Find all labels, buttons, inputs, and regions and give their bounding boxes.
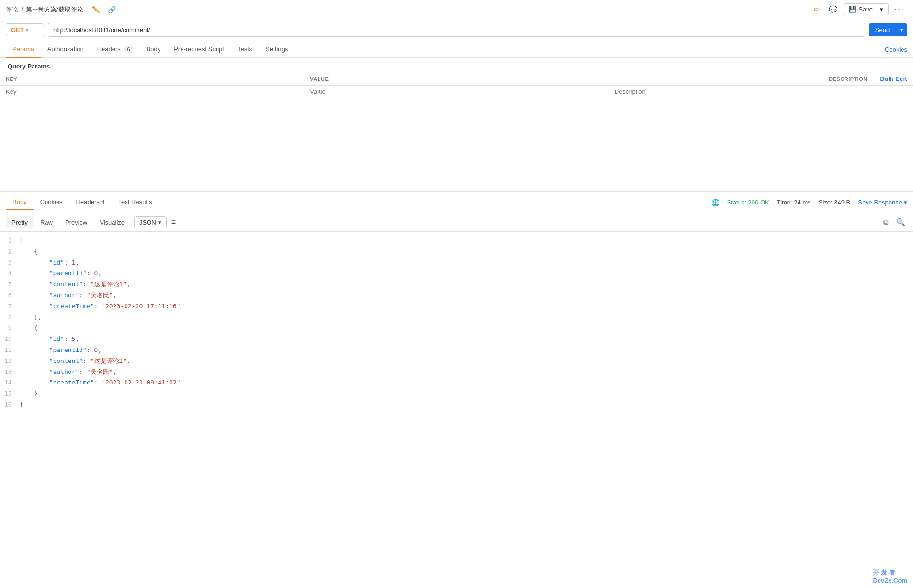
resp-tab-cookies[interactable]: Cookies (34, 195, 69, 210)
response-status-bar: 🌐 Status: 200 OK Time: 24 ms Size: 349 B… (711, 199, 907, 206)
fmt-tab-pretty[interactable]: Pretty (6, 216, 34, 228)
json-token-punct: : (64, 259, 72, 266)
line-number: 7 (0, 302, 19, 311)
json-token-punct: ] (19, 401, 23, 408)
json-token-punct: : (94, 303, 102, 310)
tab-params[interactable]: Params (6, 41, 41, 58)
json-token-indent (19, 335, 49, 342)
json-token-indent (19, 368, 49, 375)
line-content: "createTime": "2023-02-20 17:11:16" (19, 302, 181, 312)
save-button[interactable]: 💾 Save ▾ (844, 3, 889, 15)
fmt-tab-visualize[interactable]: Visualize (94, 216, 130, 228)
fmt-tab-preview[interactable]: Preview (59, 216, 93, 228)
json-wrapper: 1[2 {3 "id": 1,4 "parentId": 0,5 "conten… (0, 232, 913, 585)
save-response-button[interactable]: Save Response ▾ (858, 199, 907, 206)
tab-settings[interactable]: Settings (259, 41, 295, 58)
json-format-select[interactable]: JSON ▾ (134, 216, 167, 228)
json-line: 15 } (0, 388, 913, 399)
cookies-link[interactable]: Cookies (885, 42, 907, 57)
json-token-indent (19, 379, 49, 386)
globe-icon: 🌐 (711, 199, 719, 206)
line-content: "content": "这是评论1", (19, 280, 130, 290)
line-number: 15 (0, 389, 19, 398)
json-line: 8 }, (0, 312, 913, 323)
json-token-punct: : (94, 379, 102, 386)
link-icon[interactable]: 🔗 (106, 5, 118, 14)
size-meta: Size: 349 B (819, 199, 851, 206)
json-token-key: "author" (49, 368, 80, 375)
json-token-indent (19, 357, 49, 364)
resp-tab-headers[interactable]: Headers 4 (69, 195, 112, 210)
response-header: Body Cookies Headers 4 Test Results 🌐 St… (0, 192, 913, 213)
json-line: 12 "content": "这是评论2", (0, 356, 913, 367)
table-row (0, 86, 913, 98)
request-tabs: Params Authorization Headers 6 Body Pre-… (0, 41, 913, 58)
copy-button[interactable]: ⧉ (881, 216, 890, 228)
line-number: 11 (0, 345, 19, 355)
json-token-punct: , (126, 281, 130, 288)
tab-body[interactable]: Body (140, 41, 168, 58)
json-format-label: JSON (139, 219, 156, 226)
json-token-indent (19, 303, 49, 310)
description-input[interactable] (615, 88, 907, 95)
resp-tab-test-results[interactable]: Test Results (112, 195, 159, 210)
url-input[interactable] (48, 23, 865, 37)
send-button[interactable]: Send ▾ (869, 23, 907, 36)
search-button[interactable]: 🔍 (894, 216, 907, 228)
line-content: "id": 1, (19, 258, 79, 268)
line-number: 6 (0, 291, 19, 300)
line-number: 8 (0, 313, 19, 322)
line-number: 2 (0, 247, 19, 257)
edit-title-icon[interactable]: ✏️ (90, 5, 102, 14)
line-content: { (19, 323, 38, 333)
method-select[interactable]: GET ▾ (6, 23, 44, 36)
comment-icon[interactable]: 💬 (826, 3, 841, 16)
json-token-punct: , (113, 368, 117, 375)
key-input[interactable] (6, 88, 298, 95)
json-line: 11 "parentId": 0, (0, 345, 913, 356)
breadcrumb: 评论 / 第一种方案:获取评论 ✏️ 🔗 (6, 5, 118, 14)
json-token-punct: : (83, 281, 91, 288)
filter-button[interactable]: ≡ (171, 218, 176, 226)
json-token-key: "content" (49, 357, 83, 364)
tab-pre-request-script[interactable]: Pre-request Script (167, 41, 231, 58)
json-token-string: "2023-02-20 17:11:16" (102, 303, 180, 310)
json-body: 1[2 {3 "id": 1,4 "parentId": 0,5 "conten… (0, 232, 913, 414)
url-bar: GET ▾ Send ▾ (0, 19, 913, 41)
json-token-punct: , (98, 346, 102, 353)
tab-headers[interactable]: Headers 6 (91, 41, 140, 58)
more-options-button[interactable]: ··· (891, 3, 907, 15)
json-token-string: "这是评论2" (91, 357, 126, 364)
breadcrumb-icons: ✏️ 🔗 (90, 5, 118, 14)
line-number: 5 (0, 280, 19, 289)
json-token-indent (19, 259, 49, 266)
bulk-edit-button[interactable]: Bulk Edit (880, 76, 907, 82)
json-line: 7 "createTime": "2023-02-20 17:11:16" (0, 301, 913, 312)
line-content: } (19, 389, 38, 399)
tab-authorization[interactable]: Authorization (41, 41, 91, 58)
json-token-punct: , (113, 292, 117, 299)
method-label: GET (11, 26, 24, 34)
resp-tab-body[interactable]: Body (6, 195, 34, 210)
value-input[interactable] (310, 88, 603, 95)
params-table: KEY VALUE DESCRIPTION ··· Bulk Edit (0, 73, 913, 98)
line-content: "author": "吴名氏", (19, 367, 116, 377)
json-token-punct: : (79, 368, 87, 375)
breadcrumb-sep: / (21, 6, 23, 13)
pencil-icon[interactable]: ✏ (811, 3, 823, 16)
tab-tests[interactable]: Tests (231, 41, 259, 58)
json-line: 14 "createTime": "2023-02-21 09:41:02" (0, 377, 913, 388)
json-token-punct: }, (19, 314, 42, 321)
json-line: 3 "id": 1, (0, 258, 913, 269)
json-line: 1[ (0, 236, 913, 247)
col-value: VALUE (304, 73, 608, 86)
fmt-tab-raw[interactable]: Raw (34, 216, 58, 228)
json-token-key: "id" (49, 259, 64, 266)
json-line: 10 "id": 5, (0, 334, 913, 345)
json-token-punct: , (98, 270, 102, 277)
json-line: 6 "author": "吴名氏", (0, 290, 913, 301)
save-label: Save (858, 6, 873, 13)
breadcrumb-parent: 评论 (6, 5, 18, 14)
json-token-string: "吴名氏" (87, 368, 113, 375)
json-token-indent (19, 292, 49, 299)
